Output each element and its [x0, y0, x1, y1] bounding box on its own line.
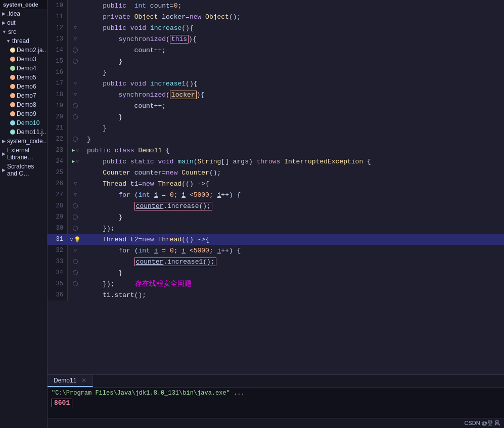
- line-number: 26: [48, 178, 68, 189]
- fold-icon[interactable]: ▽: [74, 80, 77, 87]
- line-gutter: ▽ 💡: [68, 234, 83, 245]
- line-content: synchronized(locker){: [83, 89, 504, 100]
- terminal-tab-demo11[interactable]: Demo11 ✕: [48, 375, 93, 387]
- sidebar-item-label: Demo4: [17, 65, 36, 72]
- fold-icon[interactable]: ▽: [74, 92, 77, 98]
- breakpoint-icon[interactable]: [73, 259, 78, 264]
- line-content: public class Demo11 {: [83, 145, 504, 156]
- sidebar-item-label: External Librarie…: [7, 147, 45, 161]
- code-editor[interactable]: 10 public int count=0; 11 private Object…: [48, 0, 504, 374]
- fold-icon[interactable]: ▽: [74, 36, 77, 42]
- tab-close-icon[interactable]: ✕: [81, 377, 86, 384]
- fold-icon[interactable]: ▽: [74, 247, 77, 253]
- line-gutter: ▽: [68, 245, 83, 256]
- line-content: private Object locker=new Object();: [83, 11, 504, 22]
- breakpoint-icon[interactable]: [73, 103, 78, 108]
- line-number: 35: [48, 278, 68, 289]
- line-number: 33: [48, 256, 68, 267]
- code-line-27: 27 ▽ for (int i = 0; i <5000; i++) {: [48, 189, 504, 200]
- line-content: public void increase1(){: [83, 78, 504, 89]
- line-content: counter.increase1();: [83, 256, 504, 267]
- code-line-25: 25 Counter counter=new Counter();: [48, 167, 504, 178]
- breakpoint-icon[interactable]: [73, 59, 78, 64]
- code-line-13: 13 ▽ synchronized(this){: [48, 33, 504, 45]
- folder-arrow-icon: ▶: [2, 20, 6, 25]
- sidebar-item-label: src: [8, 28, 16, 35]
- line-gutter: [68, 111, 83, 122]
- line-gutter: [68, 223, 83, 234]
- breakpoint-icon[interactable]: [73, 48, 78, 53]
- sidebar-item-demo4[interactable]: Demo4: [0, 64, 47, 73]
- sidebar-item-demo8[interactable]: Demo8: [0, 100, 47, 109]
- line-gutter: ▽: [68, 22, 83, 33]
- sidebar-item-demo3[interactable]: Demo3: [0, 55, 47, 64]
- line-number: 34: [48, 267, 68, 278]
- breakpoint-icon[interactable]: [73, 203, 78, 208]
- sidebar-item-idea[interactable]: ▶ .idea: [0, 9, 47, 18]
- sidebar-item-ext-lib[interactable]: ▶ External Librarie…: [0, 146, 47, 162]
- main-panel: 10 public int count=0; 11 private Object…: [48, 0, 504, 428]
- code-line-15: 15 }: [48, 56, 504, 67]
- line-content: }: [83, 267, 504, 278]
- line-content: counter.increase();: [83, 200, 504, 211]
- code-line-22: 22 }: [48, 134, 504, 145]
- line-gutter: ▽: [68, 178, 83, 189]
- breakpoint-icon[interactable]: [73, 226, 78, 231]
- breakpoint-icon[interactable]: [73, 281, 78, 286]
- code-line-10: 10 public int count=0;: [48, 0, 504, 11]
- file-dot-icon: [10, 84, 15, 89]
- code-line-28: 28 counter.increase();: [48, 200, 504, 211]
- line-number: 25: [48, 167, 68, 178]
- code-line-18: 18 ▽ synchronized(locker){: [48, 89, 504, 100]
- fold-icon[interactable]: ▽: [76, 147, 79, 153]
- sidebar-item-label: Scratches and C…: [7, 163, 45, 177]
- line-gutter: [68, 67, 83, 78]
- sidebar-item-system-code[interactable]: ▶ system_code…: [0, 137, 47, 146]
- sidebar-item-scratches[interactable]: ▶ Scratches and C…: [0, 162, 47, 178]
- sidebar-item-demo11[interactable]: Demo11.j…: [0, 127, 47, 137]
- fold-icon[interactable]: ▽: [74, 25, 77, 31]
- fold-icon[interactable]: ▽: [76, 158, 79, 164]
- line-content: public int count=0;: [83, 0, 504, 11]
- line-number: 22: [48, 134, 68, 145]
- line-content: });: [83, 223, 504, 234]
- sidebar-item-demo2[interactable]: Demo2.ja…: [0, 46, 47, 55]
- line-content: public static void main(String[] args) t…: [83, 156, 504, 167]
- folder-arrow-icon: ▼: [2, 29, 7, 34]
- line-content: t1.start();: [83, 289, 504, 301]
- code-line-20: 20 }: [48, 111, 504, 122]
- sidebar-item-thread[interactable]: ▼ thread: [0, 36, 47, 46]
- code-line-17: 17 ▽ public void increase1(){: [48, 78, 504, 89]
- fold-icon[interactable]: ▽: [70, 236, 73, 242]
- run-arrow-icon: ▶: [72, 158, 75, 164]
- file-dot-icon: [10, 102, 15, 107]
- line-content: for (int i = 0; i <5000; i++) {: [83, 189, 504, 200]
- sidebar-item-demo10[interactable]: Demo10: [0, 118, 47, 127]
- line-gutter: [68, 122, 83, 134]
- sidebar-item-demo9[interactable]: Demo9: [0, 109, 47, 118]
- sidebar-title: system_code: [0, 0, 47, 9]
- line-number: 13: [48, 33, 68, 45]
- line-number: 19: [48, 100, 68, 111]
- sidebar-item-demo7[interactable]: Demo7: [0, 91, 47, 100]
- line-gutter: [68, 267, 83, 278]
- sidebar-item-demo6[interactable]: Demo6: [0, 82, 47, 91]
- code-line-21: 21 }: [48, 122, 504, 134]
- line-gutter: [68, 11, 83, 22]
- line-gutter: ▽: [68, 189, 83, 200]
- sidebar-item-label: Demo2.ja…: [17, 47, 47, 54]
- sidebar-item-demo5[interactable]: Demo5: [0, 73, 47, 82]
- fold-icon[interactable]: ▽: [74, 192, 77, 198]
- line-gutter: [68, 45, 83, 56]
- code-line-24: 24 ▶ ▽ public static void main(String[] …: [48, 156, 504, 167]
- line-number: 28: [48, 200, 68, 211]
- line-content: }: [83, 56, 504, 67]
- sidebar-item-out[interactable]: ▶ out: [0, 18, 47, 27]
- breakpoint-icon[interactable]: [73, 270, 78, 275]
- sidebar-item-src[interactable]: ▼ src: [0, 27, 47, 36]
- fold-icon[interactable]: ▽: [74, 181, 77, 187]
- breakpoint-icon[interactable]: [73, 215, 78, 220]
- breakpoint-icon[interactable]: [73, 114, 78, 119]
- line-content: count++;: [83, 45, 504, 56]
- breakpoint-icon[interactable]: [73, 137, 78, 142]
